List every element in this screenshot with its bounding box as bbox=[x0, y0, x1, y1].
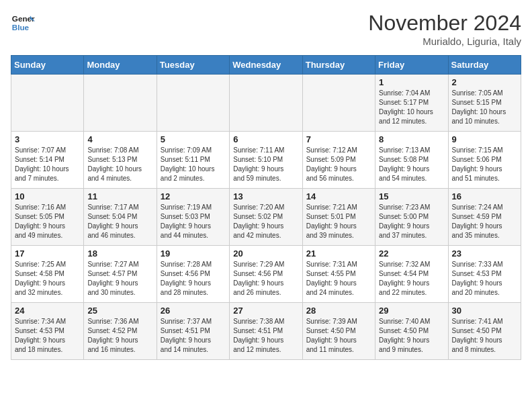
day-number: 4 bbox=[87, 134, 152, 144]
day-info: Sunrise: 7:21 AM Sunset: 5:01 PM Dayligh… bbox=[306, 203, 371, 240]
weekday-header-monday: Monday bbox=[84, 56, 157, 75]
calendar-cell: 20Sunrise: 7:29 AM Sunset: 4:56 PM Dayli… bbox=[230, 246, 302, 303]
day-number: 5 bbox=[161, 134, 226, 144]
day-info: Sunrise: 7:41 AM Sunset: 4:50 PM Dayligh… bbox=[452, 317, 517, 355]
calendar-cell: 2Sunrise: 7:05 AM Sunset: 5:15 PM Daylig… bbox=[448, 75, 521, 132]
calendar-cell: 27Sunrise: 7:38 AM Sunset: 4:51 PM Dayli… bbox=[230, 303, 302, 360]
weekday-header-tuesday: Tuesday bbox=[157, 56, 229, 75]
day-number: 18 bbox=[87, 248, 152, 259]
day-number: 23 bbox=[452, 248, 517, 259]
calendar-cell: 7Sunrise: 7:12 AM Sunset: 5:09 PM Daylig… bbox=[302, 132, 375, 189]
day-number: 13 bbox=[233, 191, 298, 201]
calendar-cell bbox=[11, 75, 84, 132]
weekday-header-sunday: Sunday bbox=[11, 56, 84, 75]
day-number: 17 bbox=[15, 248, 80, 259]
day-info: Sunrise: 7:25 AM Sunset: 4:58 PM Dayligh… bbox=[15, 260, 80, 298]
day-info: Sunrise: 7:37 AM Sunset: 4:51 PM Dayligh… bbox=[161, 317, 226, 355]
logo: General Blue bbox=[11, 11, 35, 35]
day-info: Sunrise: 7:27 AM Sunset: 4:57 PM Dayligh… bbox=[87, 260, 152, 298]
day-info: Sunrise: 7:05 AM Sunset: 5:15 PM Dayligh… bbox=[452, 89, 517, 126]
day-number: 21 bbox=[306, 248, 371, 259]
calendar-table: SundayMondayTuesdayWednesdayThursdayFrid… bbox=[11, 55, 521, 360]
day-info: Sunrise: 7:39 AM Sunset: 4:50 PM Dayligh… bbox=[306, 317, 371, 355]
calendar-cell: 9Sunrise: 7:15 AM Sunset: 5:06 PM Daylig… bbox=[448, 132, 521, 189]
calendar-cell: 28Sunrise: 7:39 AM Sunset: 4:50 PM Dayli… bbox=[302, 303, 375, 360]
day-info: Sunrise: 7:17 AM Sunset: 5:04 PM Dayligh… bbox=[87, 203, 152, 240]
day-info: Sunrise: 7:24 AM Sunset: 4:59 PM Dayligh… bbox=[452, 203, 517, 240]
day-info: Sunrise: 7:08 AM Sunset: 5:13 PM Dayligh… bbox=[87, 146, 152, 183]
day-info: Sunrise: 7:29 AM Sunset: 4:56 PM Dayligh… bbox=[233, 260, 298, 298]
calendar-cell: 16Sunrise: 7:24 AM Sunset: 4:59 PM Dayli… bbox=[448, 189, 521, 246]
calendar-cell: 5Sunrise: 7:09 AM Sunset: 5:11 PM Daylig… bbox=[157, 132, 229, 189]
day-number: 28 bbox=[306, 306, 371, 316]
day-info: Sunrise: 7:09 AM Sunset: 5:11 PM Dayligh… bbox=[161, 146, 226, 183]
calendar-cell: 24Sunrise: 7:34 AM Sunset: 4:53 PM Dayli… bbox=[11, 303, 84, 360]
calendar-cell: 22Sunrise: 7:32 AM Sunset: 4:54 PM Dayli… bbox=[375, 246, 448, 303]
calendar-cell: 17Sunrise: 7:25 AM Sunset: 4:58 PM Dayli… bbox=[11, 246, 84, 303]
day-number: 22 bbox=[379, 248, 444, 259]
month-title: November 2024 bbox=[368, 11, 521, 36]
day-info: Sunrise: 7:20 AM Sunset: 5:02 PM Dayligh… bbox=[233, 203, 298, 240]
day-number: 25 bbox=[87, 306, 152, 316]
weekday-header-saturday: Saturday bbox=[448, 56, 521, 75]
calendar-cell: 26Sunrise: 7:37 AM Sunset: 4:51 PM Dayli… bbox=[157, 303, 229, 360]
calendar-cell: 10Sunrise: 7:16 AM Sunset: 5:05 PM Dayli… bbox=[11, 189, 84, 246]
calendar-cell: 21Sunrise: 7:31 AM Sunset: 4:55 PM Dayli… bbox=[302, 246, 375, 303]
calendar-cell bbox=[230, 75, 302, 132]
day-number: 1 bbox=[379, 77, 444, 87]
calendar-cell: 3Sunrise: 7:07 AM Sunset: 5:14 PM Daylig… bbox=[11, 132, 84, 189]
day-number: 20 bbox=[233, 248, 298, 259]
calendar-cell: 8Sunrise: 7:13 AM Sunset: 5:08 PM Daylig… bbox=[375, 132, 448, 189]
day-number: 10 bbox=[15, 191, 80, 201]
day-number: 9 bbox=[452, 134, 517, 144]
day-number: 27 bbox=[233, 306, 298, 316]
calendar-cell bbox=[302, 75, 375, 132]
calendar-cell: 4Sunrise: 7:08 AM Sunset: 5:13 PM Daylig… bbox=[84, 132, 157, 189]
day-info: Sunrise: 7:23 AM Sunset: 5:00 PM Dayligh… bbox=[379, 203, 444, 240]
day-info: Sunrise: 7:32 AM Sunset: 4:54 PM Dayligh… bbox=[379, 260, 444, 298]
calendar-cell: 13Sunrise: 7:20 AM Sunset: 5:02 PM Dayli… bbox=[230, 189, 302, 246]
day-number: 14 bbox=[306, 191, 371, 201]
day-info: Sunrise: 7:12 AM Sunset: 5:09 PM Dayligh… bbox=[306, 146, 371, 183]
day-info: Sunrise: 7:34 AM Sunset: 4:53 PM Dayligh… bbox=[15, 317, 80, 355]
day-info: Sunrise: 7:13 AM Sunset: 5:08 PM Dayligh… bbox=[379, 146, 444, 183]
day-info: Sunrise: 7:07 AM Sunset: 5:14 PM Dayligh… bbox=[15, 146, 80, 183]
title-block: November 2024 Murialdo, Liguria, Italy bbox=[368, 11, 521, 47]
calendar-cell: 1Sunrise: 7:04 AM Sunset: 5:17 PM Daylig… bbox=[375, 75, 448, 132]
weekday-header-thursday: Thursday bbox=[302, 56, 375, 75]
calendar-cell: 14Sunrise: 7:21 AM Sunset: 5:01 PM Dayli… bbox=[302, 189, 375, 246]
day-info: Sunrise: 7:19 AM Sunset: 5:03 PM Dayligh… bbox=[161, 203, 226, 240]
calendar-cell: 30Sunrise: 7:41 AM Sunset: 4:50 PM Dayli… bbox=[448, 303, 521, 360]
weekday-header-wednesday: Wednesday bbox=[230, 56, 302, 75]
day-info: Sunrise: 7:33 AM Sunset: 4:53 PM Dayligh… bbox=[452, 260, 517, 298]
day-number: 3 bbox=[15, 134, 80, 144]
weekday-header-friday: Friday bbox=[375, 56, 448, 75]
day-info: Sunrise: 7:36 AM Sunset: 4:52 PM Dayligh… bbox=[87, 317, 152, 355]
day-number: 8 bbox=[379, 134, 444, 144]
day-info: Sunrise: 7:11 AM Sunset: 5:10 PM Dayligh… bbox=[233, 146, 298, 183]
location: Murialdo, Liguria, Italy bbox=[368, 36, 521, 47]
logo-icon: General Blue bbox=[11, 11, 35, 35]
calendar-cell: 23Sunrise: 7:33 AM Sunset: 4:53 PM Dayli… bbox=[448, 246, 521, 303]
day-number: 24 bbox=[15, 306, 80, 316]
day-number: 30 bbox=[452, 306, 517, 316]
day-number: 16 bbox=[452, 191, 517, 201]
day-info: Sunrise: 7:28 AM Sunset: 4:56 PM Dayligh… bbox=[161, 260, 226, 298]
page-header: General Blue November 2024 Murialdo, Lig… bbox=[11, 11, 521, 47]
calendar-cell: 11Sunrise: 7:17 AM Sunset: 5:04 PM Dayli… bbox=[84, 189, 157, 246]
day-number: 15 bbox=[379, 191, 444, 201]
calendar-cell bbox=[157, 75, 229, 132]
day-number: 6 bbox=[233, 134, 298, 144]
calendar-cell: 29Sunrise: 7:40 AM Sunset: 4:50 PM Dayli… bbox=[375, 303, 448, 360]
calendar-cell: 25Sunrise: 7:36 AM Sunset: 4:52 PM Dayli… bbox=[84, 303, 157, 360]
day-info: Sunrise: 7:40 AM Sunset: 4:50 PM Dayligh… bbox=[379, 317, 444, 355]
day-number: 19 bbox=[161, 248, 226, 259]
day-info: Sunrise: 7:38 AM Sunset: 4:51 PM Dayligh… bbox=[233, 317, 298, 355]
day-number: 29 bbox=[379, 306, 444, 316]
calendar-cell: 15Sunrise: 7:23 AM Sunset: 5:00 PM Dayli… bbox=[375, 189, 448, 246]
calendar-cell bbox=[84, 75, 157, 132]
day-info: Sunrise: 7:04 AM Sunset: 5:17 PM Dayligh… bbox=[379, 89, 444, 126]
day-number: 2 bbox=[452, 77, 517, 87]
day-number: 26 bbox=[161, 306, 226, 316]
day-number: 11 bbox=[87, 191, 152, 201]
